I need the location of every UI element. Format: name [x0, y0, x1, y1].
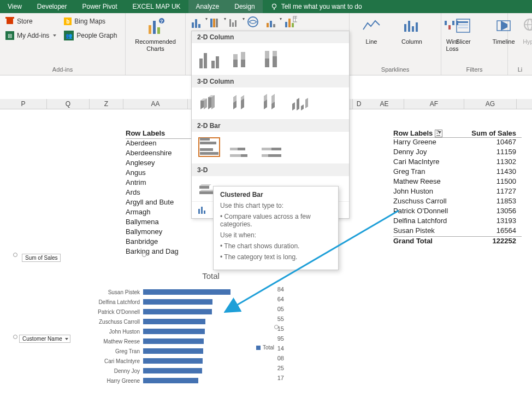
chart-bar-row[interactable]: Patrick O'Donnell [85, 307, 238, 317]
resize-handle[interactable] [13, 335, 17, 339]
pivot-chart-button[interactable] [284, 15, 297, 28]
hyperlink-button[interactable]: Hype [513, 15, 532, 48]
tab-design[interactable]: Design [227, 0, 262, 13]
chart-bar-row[interactable]: Mathew Reese [85, 336, 238, 346]
pivot-right-row[interactable]: Zuschuss Carroll11853 [393, 197, 522, 207]
pivot-right-row[interactable]: Greg Tran11430 [393, 167, 522, 177]
peoplegraph-button[interactable]: 👥 People Graph [64, 30, 117, 42]
pivot-right-row[interactable]: Patrick O'Donnell13056 [393, 207, 522, 217]
resize-handle[interactable] [13, 253, 17, 257]
col-header-z[interactable]: Z [90, 99, 123, 109]
pivot-left-row[interactable]: Argyll and Bute [126, 198, 196, 208]
sparkline-line-label: Line [366, 38, 377, 45]
pivot-left-row[interactable]: Banbridge [126, 237, 196, 247]
3d-stacked-option[interactable] [229, 92, 252, 113]
insert-bar-chart-button[interactable]: ▾ [210, 15, 223, 28]
chart-field-customer[interactable]: Customer Name [19, 335, 70, 343]
col-header-aa[interactable]: AA [123, 99, 188, 109]
stacked100-bar-option[interactable] [262, 137, 283, 157]
clustered-column-option[interactable] [198, 49, 220, 68]
bulb-icon [270, 3, 278, 10]
pivot-right-row[interactable]: Susan Pistek16564 [393, 226, 522, 236]
pivot-right-row[interactable]: Harry Greene10467 [393, 138, 522, 148]
chart-bar-row[interactable]: Susan Pistek [85, 287, 238, 297]
myaddins-button[interactable]: ⊞ My Add-ins [5, 30, 56, 42]
pivot-left-row[interactable]: Ballymoney [126, 227, 196, 237]
3d-clustered-option[interactable] [198, 92, 221, 113]
legend-label: Total [263, 345, 274, 351]
tab-view[interactable]: View [0, 0, 29, 13]
svg-rect-16 [229, 19, 231, 27]
pivot-left-header[interactable]: Row Labels [126, 129, 196, 139]
col-header-af[interactable]: AF [404, 99, 464, 109]
insert-stock-chart-button[interactable]: ▾ [228, 15, 241, 28]
col-header-p[interactable]: P [0, 99, 47, 109]
tab-excelmapuk[interactable]: EXCEL MAP UK [125, 0, 188, 13]
insert-column-chart-button[interactable]: ▾ [191, 15, 204, 28]
3d-column-option[interactable] [290, 92, 313, 113]
pivot-right-row[interactable]: Mathew Reese11500 [393, 177, 522, 187]
col-header-ae[interactable]: AE [365, 99, 404, 109]
chart-bar-row[interactable]: Harry Greene [85, 376, 238, 386]
people-icon: 👥 [64, 31, 74, 40]
pivot-left-row[interactable]: Aberdeen [126, 139, 196, 149]
tab-developer[interactable]: Developer [29, 0, 75, 13]
chart-bar-row[interactable]: Greg Tran [85, 346, 238, 356]
slicer-button[interactable]: Slicer [447, 15, 480, 48]
chart-field-sum[interactable]: Sum of Sales [22, 254, 61, 262]
col-header-ad[interactable]: D [353, 99, 365, 109]
pivot-right-row[interactable]: Cari MacIntyre11302 [393, 157, 522, 167]
tellme-search[interactable]: Tell me what you want to do [263, 3, 370, 10]
pivot-left-row[interactable]: Ards [126, 188, 196, 198]
chevron-down-icon [53, 34, 56, 37]
col-header-ag[interactable]: AG [464, 99, 517, 109]
svg-rect-18 [235, 20, 237, 27]
pivot-left-row[interactable]: Anglesey [126, 159, 196, 168]
chart-bar-row[interactable]: Cari MacIntyre [85, 356, 238, 366]
3d-stacked100-option[interactable] [259, 92, 282, 113]
chart-bar-row[interactable]: Delfina Latchford [85, 297, 238, 307]
chart-bar-row[interactable]: Zuschuss Carroll [85, 317, 238, 326]
insert-map-chart-button[interactable] [247, 15, 260, 28]
pivot-left-row[interactable]: Aberdeenshire [126, 149, 196, 159]
sort-icon[interactable] [435, 130, 442, 137]
tellme-label: Tell me what you want to do [281, 3, 362, 10]
svg-marker-42 [501, 21, 507, 31]
col-header-q[interactable]: Q [47, 99, 90, 109]
pivot-left-row[interactable]: Ballymena [126, 218, 196, 227]
svg-rect-55 [199, 191, 214, 194]
chart-bar-row[interactable]: Denny Joy [85, 366, 238, 376]
chart-legend[interactable]: Total [256, 345, 274, 351]
pivot-right-row[interactable]: John Huston11727 [393, 187, 522, 197]
bingmaps-button[interactable]: b Bing Maps [64, 15, 117, 27]
stacked-bar-option[interactable] [230, 137, 252, 157]
store-button[interactable]: Store [5, 15, 56, 27]
tooltip-title: Clustered Bar [220, 191, 332, 198]
clustered-bar-option[interactable] [198, 137, 220, 157]
pivot-left-row[interactable]: Antrim [126, 178, 196, 188]
pivot-right-row[interactable]: Denny Joy11159 [393, 148, 522, 157]
sparkline-line-button[interactable]: Line [355, 15, 388, 48]
chart-bar-row[interactable]: John Huston [85, 326, 238, 336]
resize-handle[interactable] [142, 253, 146, 257]
pivot-left-row[interactable]: Armagh [126, 208, 196, 218]
stacked100-column-option[interactable] [262, 49, 283, 68]
pivot-left-row[interactable]: Angus [126, 168, 196, 178]
stacked-column-option[interactable] [230, 49, 252, 68]
section-2d-bar: 2-D Bar [192, 120, 349, 132]
tab-analyze[interactable]: Analyze [188, 0, 227, 13]
pivot-right-header-labels[interactable]: Row Labels [393, 129, 464, 137]
pivot-right-header-values[interactable]: Sum of Sales [464, 129, 516, 137]
recommended-charts-button[interactable]: ? Recommended Charts [131, 15, 180, 55]
recommended-charts-label: Recommended Charts [135, 38, 176, 52]
axis-fragment: 84640555159514082517 [273, 284, 284, 383]
store-label: Store [17, 17, 33, 25]
svg-rect-3 [7, 19, 13, 24]
chevron-down-icon: ▾ [224, 16, 226, 21]
tab-powerpivot[interactable]: Power Pivot [75, 0, 125, 13]
insert-combo-chart-button[interactable]: ▾ [265, 15, 279, 28]
sparklines-group-label: Sparklines [355, 65, 435, 75]
sparkline-column-button[interactable]: Column [395, 15, 428, 48]
pivot-chart[interactable]: Sum of Sales Customer Name Total Susan P… [14, 254, 276, 386]
pivot-right-row[interactable]: Delfina Latchford13193 [393, 217, 522, 226]
